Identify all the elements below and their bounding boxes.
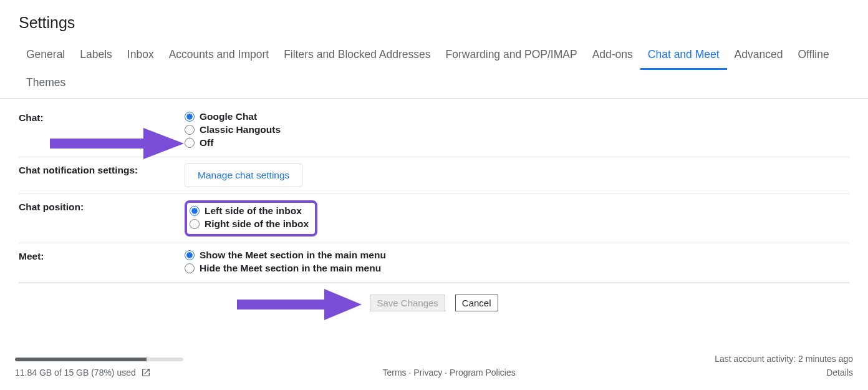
chat-notification-label: Chat notification settings: bbox=[19, 163, 185, 176]
chat-notification-row: Chat notification settings: Manage chat … bbox=[19, 157, 849, 194]
radio-show-meet[interactable] bbox=[185, 250, 195, 260]
action-buttons: Save Changes Cancel bbox=[19, 283, 849, 330]
cancel-button[interactable]: Cancel bbox=[455, 295, 498, 311]
radio-classic-hangouts-label[interactable]: Classic Hangouts bbox=[200, 124, 281, 135]
tab-themes[interactable]: Themes bbox=[19, 70, 73, 98]
radio-hide-meet[interactable] bbox=[185, 263, 195, 273]
tab-inbox[interactable]: Inbox bbox=[120, 42, 162, 70]
chat-label: Chat: bbox=[19, 111, 185, 124]
meet-row: Meet: Show the Meet section in the main … bbox=[19, 243, 849, 283]
radio-right-side-label[interactable]: Right side of the inbox bbox=[205, 218, 309, 230]
svg-marker-3 bbox=[324, 289, 362, 320]
storage-bar bbox=[15, 358, 183, 361]
tab-addons[interactable]: Add-ons bbox=[585, 42, 640, 70]
footer: 11.84 GB of 15 GB (78%) used Terms · Pri… bbox=[0, 354, 868, 378]
radio-left-side-label[interactable]: Left side of the inbox bbox=[205, 205, 302, 217]
manage-chat-settings-button[interactable]: Manage chat settings bbox=[185, 163, 302, 187]
radio-google-chat-label[interactable]: Google Chat bbox=[200, 111, 257, 122]
svg-marker-1 bbox=[143, 128, 184, 159]
radio-chat-off-label[interactable]: Off bbox=[200, 137, 213, 149]
storage-text: 11.84 GB of 15 GB (78%) used bbox=[15, 368, 136, 378]
program-policies-link[interactable]: Program Policies bbox=[450, 368, 516, 378]
svg-rect-2 bbox=[237, 300, 324, 310]
tab-labels[interactable]: Labels bbox=[72, 42, 120, 70]
tab-forwarding[interactable]: Forwarding and POP/IMAP bbox=[438, 42, 585, 70]
radio-right-side[interactable] bbox=[190, 219, 200, 229]
svg-rect-0 bbox=[50, 139, 143, 149]
storage-fill bbox=[15, 358, 147, 361]
tab-general[interactable]: General bbox=[19, 42, 72, 70]
footer-center: Terms · Privacy · Program Policies bbox=[383, 368, 516, 378]
radio-google-chat[interactable] bbox=[185, 112, 195, 122]
annotation-highlight-box: Left side of the inbox Right side of the… bbox=[185, 200, 317, 236]
chat-position-row: Chat position: Left side of the inbox Ri… bbox=[19, 194, 849, 243]
footer-left: 11.84 GB of 15 GB (78%) used bbox=[15, 358, 183, 378]
open-in-new-icon[interactable] bbox=[141, 368, 151, 378]
save-changes-button[interactable]: Save Changes bbox=[370, 295, 445, 311]
tab-offline[interactable]: Offline bbox=[790, 42, 836, 70]
tab-accounts[interactable]: Accounts and Import bbox=[162, 42, 277, 70]
annotation-arrow-icon bbox=[237, 286, 362, 323]
last-activity-text: Last account activity: 2 minutes ago bbox=[715, 354, 853, 364]
tab-chat-and-meet[interactable]: Chat and Meet bbox=[640, 42, 727, 70]
page-title: Settings bbox=[0, 0, 868, 42]
meet-label: Meet: bbox=[19, 250, 185, 262]
annotation-arrow-icon bbox=[50, 125, 187, 162]
tab-advanced[interactable]: Advanced bbox=[727, 42, 791, 70]
radio-left-side[interactable] bbox=[190, 206, 200, 216]
radio-show-meet-label[interactable]: Show the Meet section in the main menu bbox=[200, 250, 386, 261]
details-link[interactable]: Details bbox=[826, 368, 853, 378]
chat-position-label: Chat position: bbox=[19, 200, 185, 213]
radio-hide-meet-label[interactable]: Hide the Meet section in the main menu bbox=[200, 263, 381, 274]
tab-filters[interactable]: Filters and Blocked Addresses bbox=[276, 42, 438, 70]
footer-right: Last account activity: 2 minutes ago Det… bbox=[715, 354, 853, 378]
privacy-link[interactable]: Privacy bbox=[413, 368, 442, 378]
terms-link[interactable]: Terms bbox=[383, 368, 407, 378]
settings-tabs: General Labels Inbox Accounts and Import… bbox=[0, 42, 868, 99]
